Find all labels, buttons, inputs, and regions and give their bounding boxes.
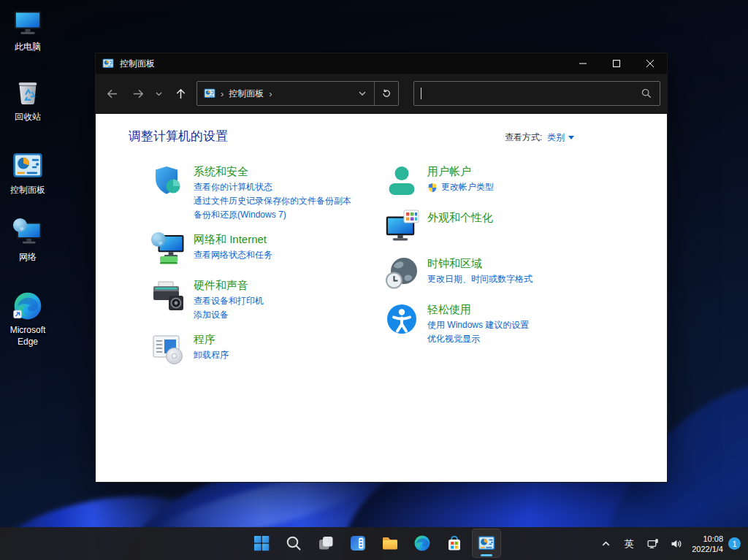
chevron-up-icon	[600, 537, 612, 550]
maximize-icon	[613, 60, 620, 67]
recent-locations-button[interactable]	[150, 83, 167, 104]
link-add-device[interactable]: 添加设备	[194, 308, 264, 322]
dropdown-arrow-icon[interactable]	[568, 136, 574, 139]
category-user-accounts: 用户帐户 更改帐户类型	[384, 164, 614, 200]
tray-date: 2022/1/4	[692, 544, 723, 554]
search-icon	[285, 534, 302, 552]
recycle-bin-icon	[12, 77, 43, 108]
start-button[interactable]	[247, 529, 276, 558]
control-panel-window: 控制面板 › 控制面板 ›	[95, 53, 668, 483]
control-panel-icon	[478, 534, 495, 552]
user-accounts-icon[interactable]	[384, 164, 419, 199]
category-appearance-personalization: 外观和个性化	[384, 210, 614, 246]
task-view-icon	[317, 534, 335, 552]
link-view-network-status[interactable]: 查看网络状态和任务	[194, 248, 272, 262]
category-column-left: 系统和安全 查看你的计算机状态 通过文件历史记录保存你的文件备份副本 备份和还原…	[150, 164, 381, 377]
volume-tray-button[interactable]	[664, 529, 687, 559]
desktop-icon-edge[interactable]: Microsoft Edge	[1, 291, 54, 348]
tray-expand-button[interactable]	[594, 529, 617, 559]
minimize-button[interactable]	[566, 53, 600, 74]
file-explorer-button[interactable]	[375, 529, 405, 558]
taskbar-search-button[interactable]	[279, 529, 308, 558]
control-panel-content: 调整计算机的设置 查看方式: 类别 系统和安全 查看你的计算机状态 通过文件历史…	[96, 114, 667, 482]
category-title-appearance[interactable]: 外观和个性化	[427, 210, 493, 225]
notification-badge[interactable]: 1	[728, 537, 741, 550]
link-change-date-time-format[interactable]: 更改日期、时间或数字格式	[427, 272, 533, 286]
control-panel-icon	[204, 88, 215, 99]
desktop-icon-this-pc[interactable]: 此电脑	[1, 7, 54, 53]
category-title-hardware-sound[interactable]: 硬件和声音	[194, 277, 264, 293]
refresh-button[interactable]	[375, 82, 398, 105]
desktop-icon-label: Microsoft Edge	[1, 325, 54, 348]
desktop-icon-recycle-bin[interactable]: 回收站	[1, 77, 54, 123]
address-dropdown-chevron-icon[interactable]	[358, 89, 367, 98]
back-button[interactable]	[101, 83, 123, 104]
view-by-dropdown[interactable]: 类别	[547, 131, 565, 144]
clock-region-icon[interactable]	[384, 256, 419, 291]
back-arrow-icon	[106, 88, 118, 100]
category-clock-region: 时钟和区域 更改日期、时间或数字格式	[384, 256, 614, 292]
desktop-icon-control-panel[interactable]: 控制面板	[1, 150, 54, 196]
tray-time: 10:08	[692, 534, 723, 544]
link-check-computer-status[interactable]: 查看你的计算机状态	[194, 180, 351, 194]
link-uninstall-program[interactable]: 卸载程序	[194, 348, 229, 362]
category-title-ease-of-access[interactable]: 轻松使用	[427, 302, 529, 317]
programs-icon[interactable]	[150, 331, 186, 367]
hardware-sound-icon[interactable]	[150, 277, 186, 312]
link-change-account-type[interactable]: 更改帐户类型	[427, 180, 494, 194]
network-internet-icon[interactable]	[150, 231, 186, 266]
link-suggested-settings[interactable]: 使用 Windows 建议的设置	[427, 318, 529, 332]
appearance-personalization-icon[interactable]	[384, 210, 419, 245]
up-arrow-icon	[175, 88, 187, 100]
edge-button[interactable]	[408, 529, 437, 558]
uac-shield-icon	[427, 183, 438, 193]
network-tray-button[interactable]	[641, 529, 664, 559]
volume-icon	[670, 537, 682, 550]
category-network-internet: 网络和 Internet 查看网络状态和任务	[150, 231, 381, 268]
edge-icon	[413, 534, 431, 552]
link-file-history-backup[interactable]: 通过文件历史记录保存你的文件备份副本	[194, 194, 351, 208]
this-pc-icon	[12, 7, 43, 38]
refresh-icon	[381, 88, 392, 99]
address-bar[interactable]: › 控制面板 ›	[196, 81, 399, 106]
up-button[interactable]	[169, 83, 191, 104]
ease-of-access-icon[interactable]	[384, 302, 419, 337]
category-programs: 程序 卸载程序	[150, 331, 381, 368]
desktop-icon-label: 回收站	[15, 112, 41, 123]
chevron-down-icon	[155, 90, 163, 98]
maximize-button[interactable]	[600, 53, 633, 74]
system-security-icon[interactable]	[150, 164, 186, 199]
category-title-user-accounts[interactable]: 用户帐户	[427, 164, 494, 179]
search-input[interactable]	[413, 81, 660, 106]
link-optimize-visual-display[interactable]: 优化视觉显示	[427, 332, 529, 346]
taskbar: 英 10:08 2022/1/4 1	[0, 527, 748, 560]
widgets-button[interactable]	[343, 529, 373, 558]
input-language-button[interactable]: 英	[617, 529, 641, 559]
breadcrumb-item-control-panel[interactable]: 控制面板	[229, 88, 264, 100]
category-title-clock-region[interactable]: 时钟和区域	[427, 256, 533, 271]
link-backup-restore-win7[interactable]: 备份和还原(Windows 7)	[194, 208, 351, 222]
tray-clock[interactable]: 10:08 2022/1/4	[692, 534, 723, 554]
taskbar-control-panel-button[interactable]	[472, 529, 501, 558]
window-titlebar[interactable]: 控制面板	[96, 53, 667, 74]
widgets-icon	[349, 534, 367, 552]
view-by-label: 查看方式:	[505, 131, 542, 144]
category-title-system-security[interactable]: 系统和安全	[194, 164, 351, 179]
breadcrumb-separator: ›	[221, 88, 224, 99]
close-button[interactable]	[633, 53, 667, 74]
category-hardware-sound: 硬件和声音 查看设备和打印机 添加设备	[150, 277, 381, 322]
microsoft-store-button[interactable]	[440, 529, 469, 558]
desktop-icon-network[interactable]: 网络	[1, 218, 54, 264]
link-view-devices-printers[interactable]: 查看设备和打印机	[194, 294, 264, 308]
breadcrumb-separator: ›	[269, 88, 272, 99]
category-title-programs[interactable]: 程序	[194, 331, 229, 347]
category-title-network-internet[interactable]: 网络和 Internet	[194, 231, 272, 247]
task-view-button[interactable]	[311, 529, 340, 558]
desktop-icon-label: 此电脑	[15, 42, 41, 53]
desktop-icon-label: 网络	[19, 252, 37, 264]
forward-arrow-icon	[132, 88, 145, 100]
network-icon	[646, 537, 659, 550]
search-icon	[641, 88, 652, 99]
category-column-right: 用户帐户 更改帐户类型	[384, 164, 614, 356]
forward-button[interactable]	[127, 83, 149, 104]
